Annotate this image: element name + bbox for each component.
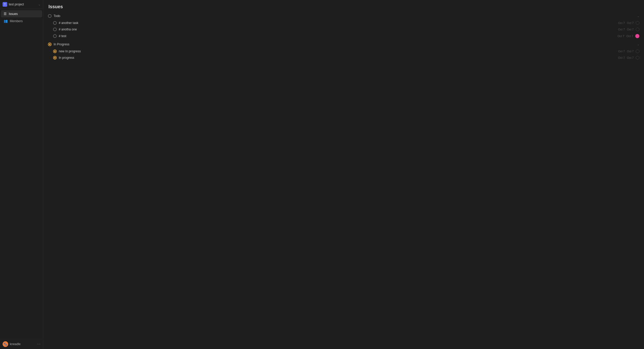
table-row[interactable]: # another task Oct 7 Oct 7: [46, 20, 641, 26]
issues-container: Todo ⌄ # another task Oct 7 Oct 7 # anot…: [43, 12, 644, 349]
issue-date-end: Oct 7: [627, 50, 634, 53]
issue-date-start: Oct 7: [618, 21, 625, 24]
page-title: Issues: [48, 4, 639, 10]
issue-left: new In progress: [53, 49, 81, 53]
issue-left: # another task: [53, 21, 78, 25]
sidebar-item-issues[interactable]: ☰ Issues: [1, 10, 42, 17]
issue-status-icon: [53, 28, 57, 31]
sidebar-nav: ☰ Issues 👥 Members: [0, 9, 43, 339]
issue-title: # another task: [59, 21, 78, 25]
project-icon: T: [3, 2, 7, 7]
main-content: Issues Todo ⌄ # another task Oct 7 Oct 7: [43, 0, 644, 349]
issue-title: In progress: [59, 56, 74, 60]
issue-date-start: Oct 7: [618, 28, 625, 31]
issue-right: Oct 7 Oct 7: [618, 56, 639, 60]
more-options-icon[interactable]: ⋯: [37, 342, 40, 346]
issue-timer-icon: [636, 28, 639, 31]
group-header-todo[interactable]: Todo ⌄: [46, 13, 641, 19]
members-icon: 👥: [4, 19, 8, 23]
issue-status-icon: [53, 49, 57, 53]
todo-chevron-icon: ⌄: [637, 14, 639, 18]
group-header-inprogress[interactable]: In Progress ⌄: [46, 41, 641, 48]
issue-status-icon: [53, 34, 57, 38]
inprogress-chevron-icon: ⌄: [637, 43, 639, 46]
group-inprogress-name: In Progress: [54, 43, 69, 46]
user-name: kneadle: [10, 342, 21, 346]
issue-timer-icon: [636, 21, 639, 25]
issue-title: # anotha one: [59, 28, 77, 31]
issue-title: # test: [59, 34, 66, 38]
issue-left: # test: [53, 34, 66, 38]
issue-date-start: Oct 7: [618, 50, 625, 53]
issue-date-end: Oct 7: [627, 56, 634, 59]
issue-right: Oct 7 Oct 7: [617, 34, 639, 38]
page-header: Issues: [43, 0, 644, 12]
issue-title: new In progress: [59, 49, 81, 53]
todo-status-icon: [48, 14, 52, 18]
issue-date-end: Oct 7: [627, 21, 634, 24]
group-header-inprogress-left: In Progress: [48, 43, 69, 46]
sidebar: T test project ⌄ ☰ Issues 👥 Members 🐾 kn…: [0, 0, 43, 349]
issue-status-icon: [53, 56, 57, 60]
issue-status-icon: [53, 21, 57, 25]
table-row[interactable]: In progress Oct 7 Oct 7: [46, 55, 641, 61]
sidebar-item-members-label: Members: [10, 19, 23, 23]
issue-left: # anotha one: [53, 28, 77, 31]
table-row[interactable]: # anotha one Oct 7 Oct 7: [46, 26, 641, 32]
project-name: test project: [9, 3, 24, 6]
group-header-todo-left: Todo: [48, 14, 60, 18]
avatar: [635, 34, 639, 38]
sidebar-item-issues-label: Issues: [9, 12, 18, 16]
issue-date-end: Oct 7: [627, 28, 634, 31]
issue-timer-icon: [636, 49, 639, 53]
issues-icon: ☰: [4, 12, 7, 16]
inprogress-status-icon: [48, 43, 52, 46]
sidebar-item-members[interactable]: 👥 Members: [1, 18, 42, 24]
issue-right: Oct 7 Oct 7: [618, 21, 639, 25]
avatar: 🐾: [3, 341, 8, 347]
issue-right: Oct 7 Oct 7: [618, 28, 639, 31]
project-header-left: T test project: [3, 2, 24, 7]
issue-right: Oct 7 Oct 7: [618, 49, 639, 53]
table-row[interactable]: # test Oct 7 Oct 7: [46, 33, 641, 39]
issue-left: In progress: [53, 56, 74, 60]
user-area[interactable]: 🐾 kneadle: [3, 341, 21, 347]
project-header[interactable]: T test project ⌄: [0, 0, 43, 9]
issue-date-end: Oct 7: [626, 35, 633, 38]
table-row[interactable]: new In progress Oct 7 Oct 7: [46, 48, 641, 54]
issue-date-start: Oct 7: [618, 56, 625, 59]
issue-date-start: Oct 7: [617, 35, 624, 38]
issue-timer-icon: [636, 56, 639, 60]
sidebar-bottom: 🐾 kneadle ⋯: [0, 339, 43, 349]
group-todo-name: Todo: [54, 14, 60, 18]
project-chevron-icon: ⌄: [38, 3, 40, 6]
